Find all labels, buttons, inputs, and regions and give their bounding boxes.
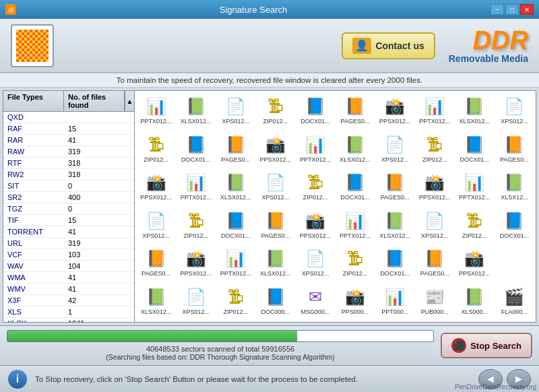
list-item[interactable]: 📸PPS000... [335, 283, 375, 321]
xps-icon: 📄 [384, 134, 406, 156]
list-item[interactable]: 📘DOC000... [255, 283, 295, 321]
pptx-icon: 📊 [225, 248, 247, 269]
list-item[interactable]: 📰PUB000... [415, 283, 455, 321]
pub-icon: 📰 [424, 286, 445, 308]
progress-bar-inner [7, 331, 297, 341]
ppsx-icon: 📸 [265, 134, 286, 156]
list-item[interactable]: 📙PAGES0... [495, 131, 534, 169]
list-item[interactable]: 📊PPTX012... [415, 92, 455, 131]
list-item[interactable]: 📗XLS000... [455, 283, 495, 321]
list-item[interactable]: 🗜ZIP012... [335, 244, 375, 283]
list-item[interactable]: 📊PPTX012... [455, 168, 495, 207]
list-item[interactable]: 📸PPSX012... [455, 244, 495, 283]
list-item[interactable]: 📙PAGES0... [255, 207, 295, 245]
list-item[interactable]: 🗜ZIP012... [176, 207, 216, 245]
list-item[interactable]: 📊PPTX012... [295, 131, 335, 169]
list-item[interactable]: 📄XPS012... [375, 131, 415, 169]
list-item[interactable]: 📘DOCX01... [295, 92, 335, 131]
list-item[interactable]: QXD [3, 112, 134, 123]
stop-search-button[interactable]: ⬛ Stop Search [441, 333, 532, 358]
col-file-types: File Types [3, 91, 64, 111]
list-item[interactable]: 📸PPSX012... [375, 92, 415, 131]
list-item[interactable]: 🗜ZIP012... [216, 283, 255, 321]
list-item[interactable]: X3F42 [3, 295, 134, 306]
list-item[interactable]: RAF15 [3, 123, 134, 135]
list-item[interactable]: SIT0 [3, 181, 134, 192]
list-item[interactable]: 📊PPTX012... [335, 207, 375, 245]
list-item[interactable]: TORRENT41 [3, 226, 134, 238]
list-item[interactable]: XLSX1241 [3, 318, 134, 322]
scroll-up-button[interactable]: ▲ [125, 91, 134, 111]
list-item[interactable]: 📗XLSX012... [216, 168, 255, 207]
list-item[interactable]: 🎬FLA000... [495, 283, 534, 321]
list-item[interactable]: 📘DOCX01... [335, 168, 375, 207]
list-item[interactable]: 🗜ZIP012... [295, 168, 335, 207]
list-item[interactable]: 📸PPSX012... [295, 207, 335, 245]
list-item[interactable]: XLS1 [3, 306, 134, 318]
contact-button[interactable]: 👤 Contact us [342, 32, 435, 59]
list-item[interactable]: 🗜ZIP012... [136, 131, 176, 169]
list-item[interactable]: 📊PPTX012... [176, 168, 216, 207]
list-item[interactable]: 📗XLSX012... [176, 92, 216, 131]
list-item[interactable]: TIF15 [3, 215, 134, 226]
xlsx-icon: 📗 [503, 172, 525, 193]
list-item[interactable]: WMA41 [3, 272, 134, 284]
list-item[interactable]: RTF318 [3, 158, 134, 169]
list-item[interactable]: 📄XPS012... [495, 92, 534, 131]
list-item[interactable]: 📙PAGES0... [136, 244, 176, 283]
nav-back-button[interactable]: ◄ [478, 369, 503, 389]
list-item[interactable]: ✉MSG000... [295, 283, 335, 321]
list-item[interactable]: 🗜ZIP012... [455, 207, 495, 245]
list-item[interactable]: 📄XPS012... [415, 207, 455, 245]
list-item[interactable]: 🗜ZIP012... [255, 92, 295, 131]
list-item[interactable]: 📘DOCX01... [495, 207, 534, 245]
list-item[interactable]: RW2318 [3, 169, 134, 181]
logo-box [11, 24, 54, 67]
close-button[interactable]: ✕ [520, 4, 534, 15]
xps-icon: 📄 [185, 286, 207, 308]
maximize-button[interactable]: □ [505, 4, 519, 15]
list-item[interactable]: 🗜ZIP012... [415, 131, 455, 169]
list-item[interactable]: VCF103 [3, 249, 134, 261]
list-item[interactable]: 📗XLSX012... [255, 244, 295, 283]
list-item[interactable]: RAR41 [3, 135, 134, 146]
list-item[interactable]: 📸PPSX012... [415, 168, 455, 207]
list-item[interactable]: 📗XLSX012... [136, 283, 176, 321]
list-item[interactable]: 📘DOCX01... [455, 131, 495, 169]
info-icon[interactable]: i [8, 370, 27, 389]
list-item[interactable]: 📸PPSX012... [176, 244, 216, 283]
list-item[interactable]: 📙PAGES0... [375, 168, 415, 207]
list-item[interactable]: 📊PPTX012... [136, 92, 176, 131]
list-item[interactable]: 📗XLSX012... [375, 207, 415, 245]
list-item[interactable]: 📸PPSX012... [255, 131, 295, 169]
list-item[interactable] [495, 244, 534, 283]
list-item[interactable]: WMV41 [3, 284, 134, 295]
list-item[interactable]: 📸PPSX012... [136, 168, 176, 207]
list-item[interactable]: 📄XPS012... [295, 244, 335, 283]
list-item[interactable]: 📄XPS012... [255, 168, 295, 207]
list-item[interactable]: 📗XLSX012... [335, 131, 375, 169]
list-item[interactable]: 📗XLSX12... [495, 168, 534, 207]
list-item[interactable]: 📄XPS012... [216, 92, 255, 131]
list-item[interactable]: 📗XLSX012... [455, 92, 495, 131]
list-item[interactable]: 📄XPS012... [176, 283, 216, 321]
list-item[interactable]: 📊PPT000... [375, 283, 415, 321]
list-item[interactable]: 📙PAGES0... [216, 131, 255, 169]
list-item[interactable]: RAW319 [3, 146, 134, 158]
list-item[interactable]: SR2400 [3, 192, 134, 203]
list-item[interactable]: 📙PAGES0... [415, 244, 455, 283]
nav-forward-button[interactable]: ► [507, 369, 531, 389]
list-item[interactable]: 📘DOCX01... [375, 244, 415, 283]
list-item[interactable]: TGZ0 [3, 203, 134, 215]
list-item[interactable]: 📙PAGES0... [335, 92, 375, 131]
list-item[interactable]: 📘DOCX01... [216, 207, 255, 245]
list-item[interactable]: 📘DOCX01... [176, 131, 216, 169]
file-type-name: QXD [3, 112, 64, 122]
nav-buttons: ◄ ► [478, 369, 531, 389]
list-item[interactable]: 📄XPS012... [136, 207, 176, 245]
zip-icon: 🗜 [225, 286, 247, 308]
list-item[interactable]: 📊PPTX012... [216, 244, 255, 283]
list-item[interactable]: URL319 [3, 238, 134, 249]
list-item[interactable]: WAV104 [3, 261, 134, 272]
minimize-button[interactable]: − [490, 4, 504, 15]
